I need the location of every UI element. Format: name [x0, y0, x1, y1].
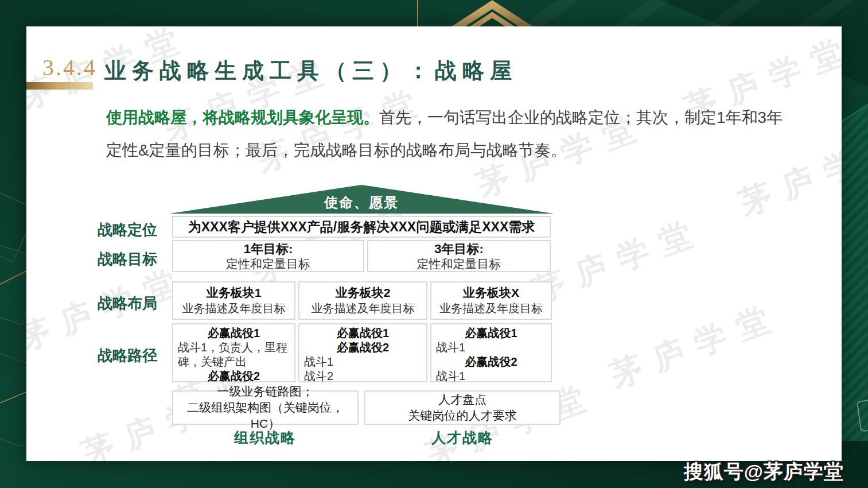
slide-content: 3.4.4 业务战略生成工具（三）：战略屋 使用战略屋，将战略规划具象化呈现。首…	[26, 26, 842, 461]
ribbed-panel	[842, 104, 868, 441]
block-2-cell: 业务板块2 业务描述及年度目标	[298, 281, 427, 320]
path-cell-x: 必赢战役1 战斗1 必赢战役2 战斗1	[430, 323, 552, 382]
intro-paragraph: 使用战略屋，将战略规划具象化呈现。首先，一句话写出企业的战略定位；其次，制定1年…	[106, 101, 792, 166]
path-2-line-3: 战斗1	[304, 355, 422, 369]
block-x-desc: 业务描述及年度目标	[431, 301, 551, 316]
path-1-line-1: 必赢战役1	[178, 326, 290, 340]
path-2-line-4: 战斗2	[304, 369, 422, 384]
row-label-path: 战略路径	[98, 346, 161, 366]
strategy-house-roof: 使命、愿景	[169, 185, 554, 214]
path-x-line-2: 战斗1	[436, 340, 546, 355]
talent-foundation-cell: 人才盘点 关键岗位的人才要求	[364, 390, 560, 425]
path-2-line-2: 必赢战役2	[304, 340, 422, 355]
block-2-title: 业务板块2	[299, 285, 426, 301]
path-1-line-2: 战斗1，负责人，里程碑，关键产出	[178, 340, 290, 369]
row-label-positioning: 战略定位	[98, 220, 161, 240]
sohu-badge: 搜狐号@茅庐学堂	[684, 459, 844, 485]
path-2-line-1: 必赢战役1	[304, 326, 422, 340]
section-number: 3.4.4	[42, 54, 97, 81]
goal-3yr-desc: 定性和定量目标	[368, 257, 550, 272]
path-x-line-4: 战斗1	[436, 369, 546, 384]
positioning-text: 为XXX客户提供XXX产品/服务解决XXX问题或满足XXX需求	[188, 218, 535, 236]
block-1-title: 业务板块1	[173, 285, 294, 301]
page: 茅庐学堂茅庐学堂茅庐学堂茅庐学堂茅庐学堂茅庐学堂茅庐学堂茅庐学堂茅庐学堂茅庐学堂…	[0, 0, 868, 488]
row-label-layout: 战略布局	[98, 293, 161, 313]
org-strategy-label: 组织战略	[202, 428, 328, 447]
block-1-desc: 业务描述及年度目标	[173, 301, 294, 316]
path-cell-2: 必赢战役1 必赢战役2 战斗1 战斗2	[298, 323, 427, 382]
gold-accent-bar	[26, 82, 93, 90]
goal-3yr-title: 3年目标:	[368, 241, 550, 257]
slide-title: 业务战略生成工具（三）：战略屋	[104, 56, 517, 86]
path-x-line-3: 必赢战役2	[436, 355, 546, 369]
org-foundation-line-2: 二级组织架构图（关键岗位，HC）	[173, 400, 357, 432]
intro-highlight: 使用战略屋，将战略规划具象化呈现。	[106, 109, 379, 126]
path-cell-1: 必赢战役1 战斗1，负责人，里程碑，关键产出 必赢战役2	[172, 323, 295, 382]
block-x-cell: 业务板块X 业务描述及年度目标	[430, 281, 552, 320]
path-1-line-3: 必赢战役2	[178, 369, 290, 384]
talent-strategy-label: 人才战略	[399, 428, 526, 447]
row-label-goals: 战略目标	[98, 249, 161, 269]
goal-1yr-cell: 1年目标: 定性和定量目标	[172, 240, 364, 272]
roof-label: 使命、愿景	[169, 193, 554, 212]
block-x-title: 业务板块X	[431, 285, 551, 301]
positioning-cell: 为XXX客户提供XXX产品/服务解决XXX问题或满足XXX需求	[172, 216, 551, 238]
talent-foundation-line-1: 人才盘点	[365, 392, 559, 408]
goal-1yr-desc: 定性和定量目标	[173, 257, 363, 272]
talent-foundation-line-2: 关键岗位的人才要求	[365, 408, 559, 424]
goal-3yr-cell: 3年目标: 定性和定量目标	[367, 240, 551, 272]
block-1-cell: 业务板块1 业务描述及年度目标	[172, 281, 295, 320]
goal-1yr-title: 1年目标:	[173, 241, 363, 257]
path-x-line-1: 必赢战役1	[436, 326, 546, 340]
org-foundation-line-1: 一级业务链路图；	[173, 384, 357, 400]
org-foundation-cell: 一级业务链路图； 二级组织架构图（关键岗位，HC）	[172, 390, 359, 425]
block-2-desc: 业务描述及年度目标	[299, 301, 426, 316]
slide: 茅庐学堂茅庐学堂茅庐学堂茅庐学堂茅庐学堂茅庐学堂茅庐学堂茅庐学堂茅庐学堂茅庐学堂…	[26, 26, 842, 461]
